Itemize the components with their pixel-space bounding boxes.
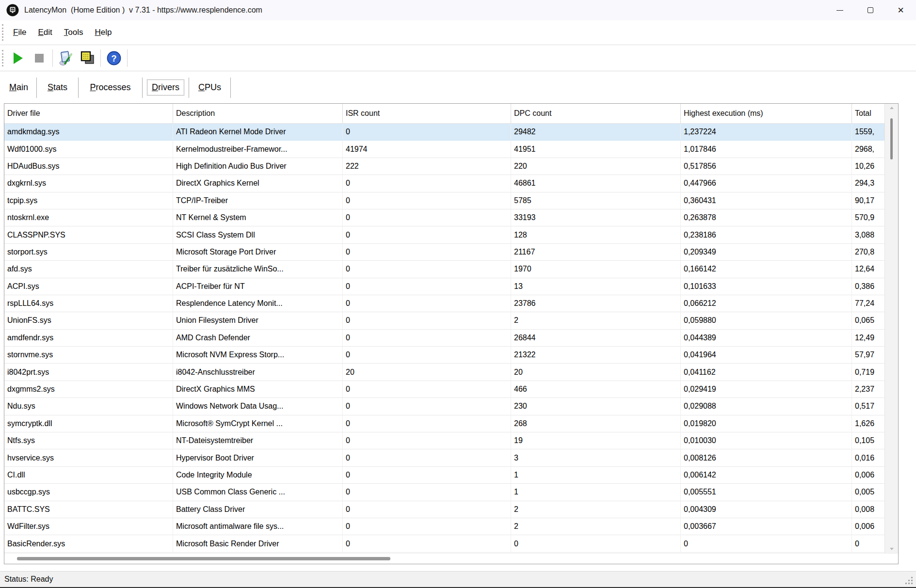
table-row[interactable]: CI.dllCode Integrity Module010,0061420,0… <box>4 467 884 484</box>
table-row[interactable]: i8042prt.sysi8042-Anschlusstreiber20200,… <box>4 364 884 381</box>
cascade-windows-button[interactable] <box>77 48 98 69</box>
cell-isr-count: 0 <box>343 330 511 347</box>
cell-description: Treiber für zusätzliche WinSo... <box>173 261 343 278</box>
cell-dpc-count: 3 <box>511 449 681 466</box>
vertical-scrollbar[interactable] <box>884 104 898 553</box>
cell-driver-file: ACPI.sys <box>4 278 173 295</box>
table-row[interactable]: amdfendr.sysAMD Crash Defender0268440,04… <box>4 330 884 347</box>
column-header-dpc-count[interactable]: DPC count <box>511 104 681 124</box>
cell-description: Code Integrity Module <box>173 467 343 484</box>
table-row[interactable]: tcpip.sysTCP/IP-Treiber057850,36043190,1… <box>4 192 884 209</box>
cell-dpc-count: 23786 <box>511 295 681 312</box>
table-row[interactable]: usbccgp.sysUSB Common Class Generic ...0… <box>4 484 884 501</box>
status-bar: Status: Ready <box>0 571 916 587</box>
table-row[interactable]: CLASSPNP.SYSSCSI Class System Dll01280,2… <box>4 226 884 243</box>
table-row[interactable]: afd.sysTreiber für zusätzliche WinSo...0… <box>4 261 884 278</box>
cell-isr-count: 0 <box>343 381 511 398</box>
help-button[interactable]: ? <box>103 48 125 69</box>
cell-driver-file: hvservice.sys <box>4 449 173 466</box>
table-row[interactable]: dxgmms2.sysDirectX Graphics MMS04660,029… <box>4 381 884 398</box>
cell-dpc-count: 2 <box>511 312 681 329</box>
cell-description: Microsoft NVM Express Storp... <box>173 347 343 364</box>
cell-highest-execution: 0,044389 <box>681 330 852 347</box>
column-header-total[interactable]: Total <box>852 104 884 124</box>
cell-dpc-count: 5785 <box>511 192 681 209</box>
cell-isr-count: 222 <box>343 158 511 175</box>
maximize-button[interactable] <box>855 0 885 20</box>
table-row[interactable]: amdkmdag.sysATI Radeon Kernel Mode Drive… <box>4 124 884 141</box>
drivers-table: Driver file Description ISR count DPC co… <box>4 103 899 564</box>
cell-driver-file: afd.sys <box>4 261 173 278</box>
cell-driver-file: amdfendr.sys <box>4 330 173 347</box>
cell-highest-execution: 0,041162 <box>681 364 852 381</box>
table-row[interactable]: ntoskrnl.exeNT Kernel & System0331930,26… <box>4 209 884 226</box>
stop-monitor-button[interactable] <box>29 48 50 69</box>
horizontal-scrollbar[interactable] <box>4 553 898 564</box>
cell-description: Hypervisor Boot Driver <box>173 449 343 466</box>
cell-driver-file: UnionFS.sys <box>4 312 173 329</box>
cell-isr-count: 0 <box>343 432 511 449</box>
cell-highest-execution: 0,006142 <box>681 467 852 484</box>
cell-description: NT Kernel & System <box>173 209 343 226</box>
cell-description: NT-Dateisystemtreiber <box>173 432 343 449</box>
cell-driver-file: Ntfs.sys <box>4 432 173 449</box>
toolbar-gripper[interactable] <box>2 50 3 66</box>
column-header-description[interactable]: Description <box>173 104 343 124</box>
table-row[interactable]: BATTC.SYSBattery Class Driver020,0043090… <box>4 501 884 518</box>
table-row[interactable]: UnionFS.sysUnion Filesystem Driver020,05… <box>4 312 884 329</box>
resize-grip[interactable] <box>905 576 914 585</box>
cell-total: 0,065 <box>852 312 884 329</box>
cell-description: ATI Radeon Kernel Mode Driver <box>173 124 343 141</box>
table-row[interactable]: Wdf01000.sysKernelmodustreiber-Framewor.… <box>4 141 884 158</box>
column-header-highest-execution[interactable]: Highest execution (ms) <box>681 104 852 124</box>
save-report-button[interactable] <box>55 48 77 69</box>
tab-main[interactable]: Main <box>1 78 37 98</box>
column-header-isr-count[interactable]: ISR count <box>343 104 511 124</box>
vertical-scrollbar-thumb[interactable] <box>890 118 893 159</box>
table-row[interactable]: stornvme.sysMicrosoft NVM Express Storp.… <box>4 347 884 364</box>
table-row[interactable]: BasicRender.sysMicrosoft Basic Render Dr… <box>4 535 884 552</box>
table-row[interactable]: rspLLL64.sysResplendence Latency Monit..… <box>4 295 884 312</box>
tab-drivers[interactable]: Drivers <box>143 78 189 98</box>
report-magnifier-icon <box>58 50 74 66</box>
table-row[interactable]: HDAudBus.sysHigh Definition Audio Bus Dr… <box>4 158 884 175</box>
table-row[interactable]: Ndu.sysWindows Network Data Usag...02300… <box>4 398 884 415</box>
menu-edit[interactable]: Edit <box>32 28 58 37</box>
table-row[interactable]: WdFilter.sysMicrosoft antimalware file s… <box>4 518 884 535</box>
table-row[interactable]: Ntfs.sysNT-Dateisystemtreiber0190,010030… <box>4 432 884 449</box>
tab-cpus[interactable]: CPUs <box>189 78 231 98</box>
table-row[interactable]: ACPI.sysACPI-Treiber für NT0130,1016330,… <box>4 278 884 295</box>
cell-driver-file: BasicRender.sys <box>4 535 173 552</box>
menu-help[interactable]: Help <box>89 28 117 37</box>
start-monitor-button[interactable] <box>7 48 29 69</box>
cell-total: 12,64 <box>852 261 884 278</box>
horizontal-scrollbar-thumb[interactable] <box>17 557 390 560</box>
cell-isr-count: 0 <box>343 535 511 552</box>
play-icon <box>14 52 23 64</box>
cell-highest-execution: 1,237224 <box>681 124 852 141</box>
cell-total: 2,237 <box>852 381 884 398</box>
cell-highest-execution: 0 <box>681 535 852 552</box>
tab-stats[interactable]: Stats <box>37 78 79 98</box>
table-row[interactable]: dxgkrnl.sysDirectX Graphics Kernel046861… <box>4 175 884 192</box>
tab-processes[interactable]: Processes <box>79 78 143 98</box>
table-row[interactable]: hvservice.sysHypervisor Boot Driver030,0… <box>4 449 884 466</box>
cell-total: 10,26 <box>852 158 884 175</box>
table-row[interactable]: storport.sysMicrosoft Storage Port Drive… <box>4 244 884 261</box>
cell-driver-file: ntoskrnl.exe <box>4 209 173 226</box>
menu-tools[interactable]: Tools <box>58 28 89 37</box>
cell-dpc-count: 29482 <box>511 124 681 141</box>
table-row[interactable]: symcryptk.dllMicrosoft® SymCrypt Kernel … <box>4 415 884 432</box>
cell-total: 0,008 <box>852 501 884 518</box>
menu-file[interactable]: File <box>7 28 32 37</box>
cell-total: 570,9 <box>852 209 884 226</box>
cell-total: 0,517 <box>852 398 884 415</box>
cell-highest-execution: 0,005551 <box>681 484 852 501</box>
column-header-driver-file[interactable]: Driver file <box>4 104 173 124</box>
minimize-button[interactable] <box>824 0 855 20</box>
cell-dpc-count: 0 <box>511 535 681 552</box>
close-button[interactable]: ✕ <box>885 0 916 20</box>
cell-total: 77,24 <box>852 295 884 312</box>
menubar-gripper[interactable] <box>2 24 3 41</box>
cell-description: SCSI Class System Dll <box>173 226 343 243</box>
